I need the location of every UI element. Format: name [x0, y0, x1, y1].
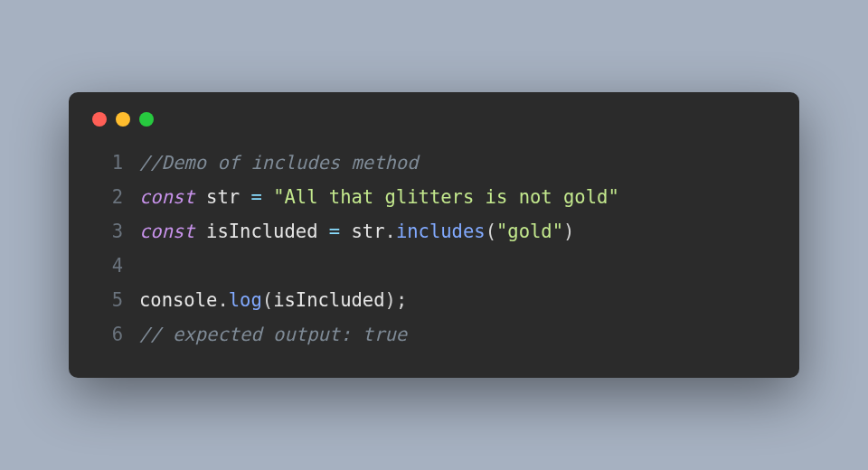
- operator: =: [240, 186, 273, 208]
- paren: (: [486, 221, 496, 242]
- method-name: log: [229, 289, 262, 311]
- code-block: 1 //Demo of includes method 2 const str …: [92, 146, 776, 352]
- line-number: 4: [92, 249, 123, 284]
- line-number: 2: [92, 181, 123, 215]
- paren: ): [563, 221, 574, 242]
- keyword: const: [139, 186, 195, 208]
- code-line: 2 const str = "All that glitters is not …: [92, 181, 776, 215]
- identifier: isIncluded: [206, 221, 317, 242]
- code-line: 6 // expected output: true: [92, 318, 776, 352]
- zoom-icon[interactable]: [139, 112, 154, 127]
- line-content: const str = "All that glitters is not go…: [139, 181, 776, 215]
- semicolon: ;: [396, 289, 407, 311]
- dot: .: [385, 221, 396, 242]
- minimize-icon[interactable]: [116, 112, 130, 127]
- close-icon[interactable]: [92, 112, 107, 127]
- line-number: 6: [92, 318, 123, 352]
- identifier: str: [352, 221, 385, 242]
- identifier: console: [139, 289, 217, 311]
- paren: (: [262, 289, 273, 311]
- window-titlebar: [92, 112, 776, 127]
- comment-text: // expected output: true: [139, 324, 407, 345]
- line-content: console.log(isIncluded);: [139, 284, 776, 318]
- operator: =: [317, 221, 351, 242]
- code-line: 4: [92, 249, 776, 284]
- dot: .: [217, 289, 228, 311]
- paren: ): [385, 289, 396, 311]
- comment-text: //Demo of includes method: [139, 152, 419, 174]
- code-editor-window: 1 //Demo of includes method 2 const str …: [69, 92, 799, 378]
- code-line: 3 const isIncluded = str.includes("gold"…: [92, 215, 776, 249]
- string-literal: "gold": [496, 221, 563, 242]
- identifier: isIncluded: [273, 289, 384, 311]
- identifier: str: [206, 186, 240, 208]
- line-content: const isIncluded = str.includes("gold"): [139, 215, 776, 249]
- line-number: 1: [92, 146, 123, 181]
- method-name: includes: [396, 221, 486, 242]
- line-content: // expected output: true: [139, 318, 776, 352]
- code-line: 5 console.log(isIncluded);: [92, 284, 776, 318]
- keyword: const: [139, 221, 195, 242]
- line-number: 3: [92, 215, 123, 249]
- line-content: [139, 249, 776, 284]
- code-line: 1 //Demo of includes method: [92, 146, 776, 181]
- string-literal: "All that glitters is not gold": [273, 186, 619, 208]
- line-number: 5: [92, 284, 123, 318]
- line-content: //Demo of includes method: [139, 146, 776, 181]
